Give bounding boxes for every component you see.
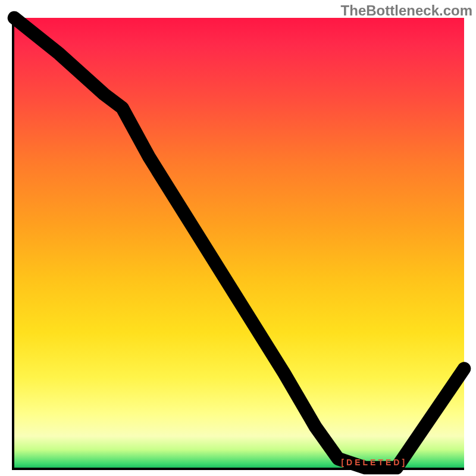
bottleneck-curve xyxy=(14,18,464,468)
plot-area: [DELETED] xyxy=(12,18,464,470)
watermark-text: TheBottleneck.com xyxy=(341,2,472,19)
curve-layer xyxy=(14,18,464,468)
deleted-annotation: [DELETED] xyxy=(341,458,407,467)
chart-container: TheBottleneck.com [DELETED] xyxy=(0,0,476,476)
